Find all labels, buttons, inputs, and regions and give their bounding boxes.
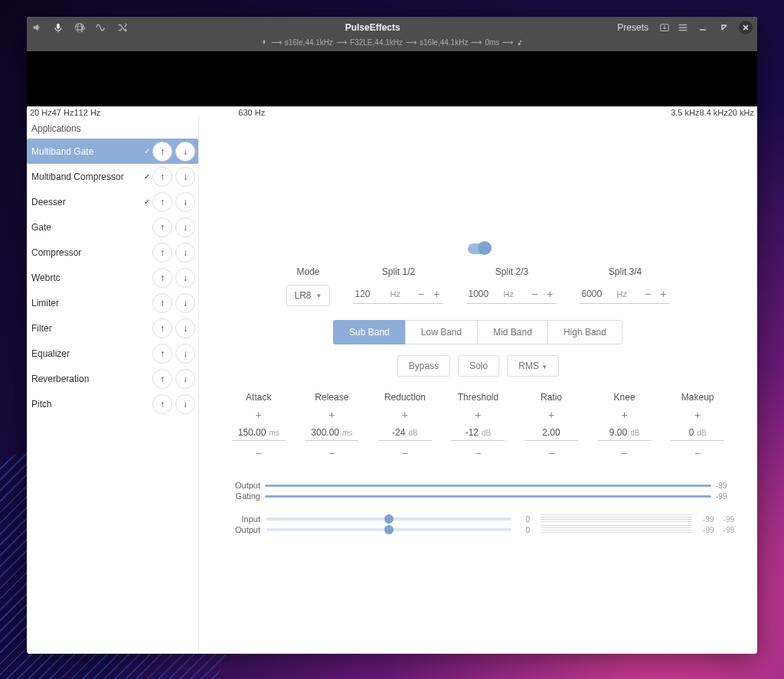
detection-select[interactable]: RMS ▼ xyxy=(507,355,559,377)
tab-high-band[interactable]: High Band xyxy=(547,320,622,344)
move-up-button[interactable]: ↑ xyxy=(152,394,172,414)
mode-select[interactable]: LR8▼ xyxy=(286,285,331,306)
effect-enable-toggle[interactable] xyxy=(468,243,489,254)
sidebar-item-deesser[interactable]: Deesser✓↑↓ xyxy=(27,189,198,214)
sidebar-item-pitch[interactable]: Pitch↑↓ xyxy=(27,391,198,416)
input-gain-slider[interactable] xyxy=(266,517,511,521)
increment-button[interactable]: + xyxy=(472,409,483,421)
decrement-button[interactable]: − xyxy=(472,447,483,459)
microphone-icon[interactable] xyxy=(53,22,64,33)
increment-button[interactable]: + xyxy=(544,288,555,300)
sidebar-item-limiter[interactable]: Limiter↑↓ xyxy=(27,290,198,315)
move-up-button[interactable]: ↑ xyxy=(152,142,172,162)
param-value[interactable]: 300.00ms xyxy=(305,427,358,441)
minimize-button[interactable] xyxy=(696,21,710,34)
presets-button[interactable]: Presets xyxy=(617,22,648,33)
globe-icon[interactable] xyxy=(74,22,85,33)
unit-label: Hz xyxy=(616,289,638,299)
decrement-button[interactable]: − xyxy=(416,288,426,300)
move-up-button[interactable]: ↑ xyxy=(152,268,172,288)
decrement-button[interactable]: − xyxy=(529,288,540,300)
split-value-field[interactable] xyxy=(581,289,612,299)
sidebar-item-multiband-compressor[interactable]: Multiband Compressor✓↑↓ xyxy=(27,164,198,189)
decrement-button[interactable]: − xyxy=(546,447,557,459)
move-down-button[interactable]: ↓ xyxy=(175,318,195,338)
frequency-scale: 20 Hz 47 Hz 112 Hz 630 Hz 3.5 kHz 8.4 kH… xyxy=(27,106,757,117)
hamburger-icon[interactable] xyxy=(678,22,688,33)
sidebar-item-label: Multiband Gate xyxy=(31,146,142,157)
move-up-button[interactable]: ↑ xyxy=(152,318,172,338)
maximize-button[interactable] xyxy=(717,21,731,34)
sidebar-item-compressor[interactable]: Compressor↑↓ xyxy=(27,240,198,265)
sidebar-item-label: Equalizer xyxy=(31,348,142,359)
tab-mid-band[interactable]: Mid Band xyxy=(477,320,548,344)
move-down-button[interactable]: ↓ xyxy=(175,293,195,313)
decrement-button[interactable]: − xyxy=(692,447,703,459)
param-label: Ratio xyxy=(541,392,562,403)
move-up-button[interactable]: ↑ xyxy=(152,192,172,212)
solo-button[interactable]: Solo xyxy=(458,355,499,377)
param-value[interactable]: -24dB xyxy=(378,427,432,441)
param-reduction: Reduction+-24dB− xyxy=(374,392,436,459)
param-label: Reduction xyxy=(384,392,426,403)
increment-button[interactable]: + xyxy=(431,288,442,300)
sidebar-item-label: Pitch xyxy=(31,399,142,410)
waveform-icon[interactable] xyxy=(96,22,106,33)
move-down-button[interactable]: ↓ xyxy=(175,217,195,237)
decrement-button[interactable]: − xyxy=(619,447,630,459)
move-down-button[interactable]: ↓ xyxy=(175,394,195,414)
increment-button[interactable]: + xyxy=(619,409,630,421)
split-3-input[interactable]: Hz−+ xyxy=(580,285,670,304)
shuffle-icon[interactable] xyxy=(117,22,128,33)
speaker-icon[interactable] xyxy=(31,22,42,33)
decrement-button[interactable]: − xyxy=(326,447,337,459)
sidebar-item-filter[interactable]: Filter↑↓ xyxy=(27,315,198,341)
bypass-button[interactable]: Bypass xyxy=(397,355,450,377)
param-value[interactable]: 2.00 xyxy=(524,427,578,441)
sidebar-item-equalizer[interactable]: Equalizer↑↓ xyxy=(27,341,198,366)
param-value[interactable]: 150.00ms xyxy=(232,427,286,441)
presets-load-icon[interactable] xyxy=(659,22,670,33)
move-down-button[interactable]: ↓ xyxy=(175,192,195,212)
move-down-button[interactable]: ↓ xyxy=(175,243,195,263)
split-1-input[interactable]: Hz−+ xyxy=(353,285,443,304)
move-down-button[interactable]: ↓ xyxy=(175,369,195,389)
split-value-field[interactable] xyxy=(354,289,385,299)
sidebar-item-label: Reverberation xyxy=(31,374,142,384)
increment-button[interactable]: + xyxy=(692,409,703,421)
increment-button[interactable]: + xyxy=(400,409,410,421)
move-up-button[interactable]: ↑ xyxy=(152,217,172,237)
param-value[interactable]: -12dB xyxy=(451,427,505,441)
move-up-button[interactable]: ↑ xyxy=(152,369,172,389)
param-value[interactable]: 9.00dB xyxy=(598,427,652,441)
increment-button[interactable]: + xyxy=(326,409,337,421)
sidebar-item-reverberation[interactable]: Reverberation↑↓ xyxy=(27,366,198,391)
split-2-input[interactable]: Hz−+ xyxy=(466,285,557,304)
move-down-button[interactable]: ↓ xyxy=(175,344,195,364)
sidebar-item-gate[interactable]: Gate↑↓ xyxy=(27,214,198,240)
move-down-button[interactable]: ↓ xyxy=(175,167,195,187)
move-up-button[interactable]: ↑ xyxy=(152,293,172,313)
output-level-meter xyxy=(541,525,692,534)
split-value-field[interactable] xyxy=(468,289,498,299)
increment-button[interactable]: + xyxy=(253,409,264,421)
increment-button[interactable]: + xyxy=(658,288,668,300)
sidebar-item-webrtc[interactable]: Webrtc↑↓ xyxy=(27,265,198,290)
param-makeup: Makeup+0dB− xyxy=(667,392,728,459)
move-down-button[interactable]: ↓ xyxy=(175,142,195,162)
move-up-button[interactable]: ↑ xyxy=(152,167,172,187)
move-up-button[interactable]: ↑ xyxy=(152,344,172,364)
decrement-button[interactable]: − xyxy=(642,288,653,300)
param-value[interactable]: 0dB xyxy=(671,427,724,441)
sidebar-item-multiband-gate[interactable]: Multiband Gate✓↑↓ xyxy=(27,139,198,164)
move-up-button[interactable]: ↑ xyxy=(152,243,172,263)
increment-button[interactable]: + xyxy=(546,409,557,421)
tab-low-band[interactable]: Low Band xyxy=(405,320,478,344)
close-button[interactable] xyxy=(739,21,753,34)
tab-sub-band[interactable]: Sub Band xyxy=(333,320,406,344)
meter-output-bar xyxy=(265,485,711,487)
decrement-button[interactable]: − xyxy=(253,447,264,459)
decrement-button[interactable]: − xyxy=(400,447,410,459)
move-down-button[interactable]: ↓ xyxy=(175,268,195,288)
output-gain-slider[interactable] xyxy=(266,528,511,531)
